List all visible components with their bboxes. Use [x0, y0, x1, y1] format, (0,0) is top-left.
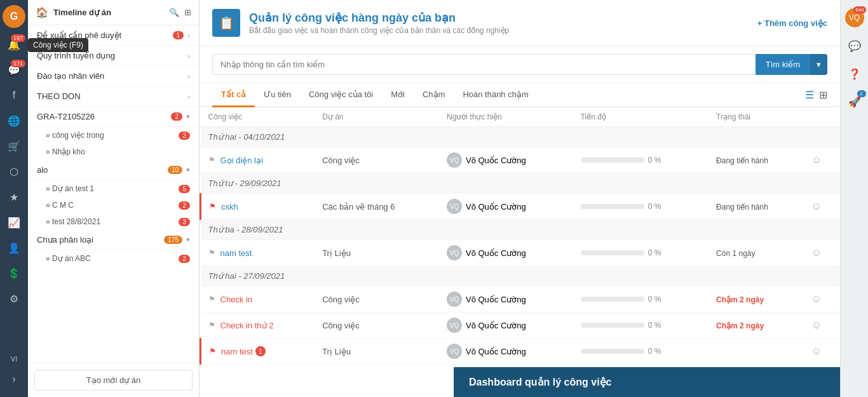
sidebar-sub-badge-du-an-abc: 2: [179, 255, 190, 263]
smiley-icon[interactable]: ☺: [811, 293, 822, 304]
expand-icon[interactable]: ›: [0, 367, 28, 392]
sidebar-item-gra[interactable]: GRA-T2105226 2 ▾: [28, 107, 199, 127]
task-smiley: ☺: [804, 339, 840, 365]
task-project: Công việc: [315, 313, 439, 339]
avatar: VQ: [447, 199, 462, 214]
col-action: [804, 107, 840, 127]
sidebar-chevron-dao-tao: ›: [187, 72, 190, 80]
dollar-icon[interactable]: 💲: [0, 260, 28, 286]
date-header: Thứ tư - 29/09/2021: [201, 173, 841, 194]
task-progress: 0 %: [573, 194, 709, 220]
sidebar-sub-badge-test-28: 3: [179, 218, 190, 226]
flag-icon: ⚑: [209, 347, 216, 356]
network-icon[interactable]: ⬡: [0, 159, 28, 184]
search-sidebar-icon[interactable]: 🔍: [169, 8, 179, 17]
create-project-button[interactable]: Tạo mới dự án: [34, 370, 193, 391]
tab-late[interactable]: Chậm: [414, 83, 454, 107]
chart-icon[interactable]: 📈: [0, 210, 28, 235]
sidebar-chevron-alo: ▾: [186, 166, 190, 174]
right-bar-user[interactable]: VQ 640: [842, 5, 867, 30]
sidebar-item-chua-phan-loai[interactable]: Chưa phân loại 175 ▾: [28, 230, 199, 250]
sidebar-chevron-chua-phan-loai: ▾: [186, 236, 190, 244]
tab-my-tasks[interactable]: Công việc của tôi: [300, 83, 382, 107]
settings-icon[interactable]: ⚙: [0, 286, 28, 311]
grid-icon[interactable]: ⊞: [184, 8, 191, 17]
task-progress: 0 %: [573, 147, 709, 173]
task-name-cell: ⚑ Gọi điện lại: [201, 147, 315, 173]
tab-new[interactable]: Mới: [382, 83, 414, 107]
list-view-icon[interactable]: ☰: [805, 89, 814, 101]
search-button[interactable]: Tìm kiếm: [756, 54, 810, 75]
sidebar-item-label-dao-tao: Đào tạo nhân viên: [37, 71, 187, 81]
sidebar-sub-badge-cong-viec: 2: [179, 131, 190, 140]
task-assignee: VQ Võ Quốc Cường: [439, 313, 573, 339]
smiley-icon[interactable]: ☺: [811, 247, 822, 258]
grid-view-icon[interactable]: ⊞: [819, 89, 827, 101]
task-name-link[interactable]: cskh: [221, 202, 238, 212]
sidebar-header-actions: 🔍 ⊞: [169, 8, 191, 17]
task-smiley: ☺: [804, 194, 840, 220]
main-header-title: Quản lý công việc hàng ngày của bạn: [249, 11, 757, 25]
right-bar-help[interactable]: ❓: [842, 61, 867, 86]
search-input[interactable]: [212, 54, 756, 75]
sidebar-sub-item-cmc[interactable]: » C M C 2: [28, 197, 199, 213]
tab-priority[interactable]: Ưu tiên: [255, 83, 300, 107]
sidebar-item-dao-tao[interactable]: Đào tạo nhân viên ›: [28, 66, 199, 86]
sidebar-sub-item-cong-viec[interactable]: » công việc trong 2: [28, 127, 199, 144]
add-task-button[interactable]: + Thêm công việc: [757, 18, 827, 28]
task-project: Trị Liệu: [315, 240, 439, 266]
table-row: ⚑ Check in Công việc VQ Võ Quốc Cường: [201, 286, 841, 313]
notifications-icon[interactable]: 🔔 197: [0, 32, 28, 57]
smiley-icon[interactable]: ☺: [811, 346, 822, 356]
progress-bar: [581, 297, 644, 302]
task-project: Công việc: [315, 286, 439, 313]
right-bar-rocket[interactable]: 🚀 2: [842, 89, 867, 114]
sidebar-header-title: Timeline dự án: [53, 8, 164, 17]
table-row: ⚑ Gọi điện lại Công việc VQ Võ Quốc Cườn…: [201, 147, 841, 173]
col-progress: Tiến độ: [573, 107, 709, 127]
task-name-link[interactable]: nam test: [221, 347, 253, 356]
tab-completed-late[interactable]: Hoàn thành chậm: [454, 83, 537, 107]
tab-all[interactable]: Tất cả: [212, 83, 255, 107]
sidebar-item-badge-gra: 2: [171, 112, 182, 121]
tabs-row: Tất cả Ưu tiên Công việc của tôi Mới Chậ…: [200, 83, 840, 107]
sidebar-sub-item-du-an-test-1[interactable]: » Dự án test 1 5: [28, 180, 199, 197]
smiley-icon[interactable]: ☺: [811, 320, 822, 330]
right-bar-chat[interactable]: 💬: [842, 33, 867, 58]
col-project: Dự án: [315, 107, 439, 127]
search-dropdown-button[interactable]: ▾: [810, 54, 827, 75]
sidebar-sub-badge-cmc: 2: [179, 201, 190, 210]
smiley-icon[interactable]: ☺: [811, 201, 822, 212]
sidebar-sub-item-du-an-abc[interactable]: » Dự án ABC 2: [28, 250, 199, 267]
sidebar-sub-item-test-28[interactable]: » test 28/8/2021 3: [28, 213, 199, 230]
avatar: VQ: [447, 152, 462, 168]
flag-icon: ⚑: [208, 321, 215, 330]
person-icon[interactable]: 👤: [0, 235, 28, 260]
app-logo[interactable]: G: [3, 5, 25, 28]
language-label[interactable]: VI: [11, 351, 17, 367]
assignee-name: Võ Quốc Cường: [466, 202, 526, 212]
task-progress: 0 %: [573, 313, 709, 339]
progress-text: 0 %: [648, 295, 661, 304]
messages-icon[interactable]: 💬 171: [0, 57, 28, 83]
sidebar-item-badge-de-xuat: 1: [173, 31, 184, 39]
sidebar-item-badge-chua-phan-loai: 175: [164, 236, 182, 244]
facebook-icon[interactable]: f: [0, 83, 28, 108]
smiley-icon[interactable]: ☺: [811, 154, 822, 165]
task-name-link[interactable]: Check in: [220, 295, 253, 304]
sidebar-item-label-gra: GRA-T2105226: [37, 112, 171, 121]
task-status: [709, 339, 804, 365]
cart-icon[interactable]: 🛒: [0, 133, 28, 159]
task-name-link[interactable]: Gọi điện lại: [220, 156, 263, 165]
task-name-link[interactable]: Check in thứ 2: [220, 321, 274, 330]
dashboard-footer: Dashboard quản lý công việc: [454, 367, 840, 397]
sidebar-item-theo-don[interactable]: THEO DON ›: [28, 86, 199, 107]
sidebar-sub-item-nhap-kho[interactable]: » Nhập kho: [28, 144, 199, 160]
star-icon[interactable]: ★: [0, 184, 28, 210]
task-name-link[interactable]: nam test: [220, 248, 252, 258]
globe-icon[interactable]: 🌐: [0, 108, 28, 133]
sidebar-header: 🏠 Timeline dự án 🔍 ⊞: [28, 0, 199, 25]
sidebar-item-alo[interactable]: alo 10 ▾: [28, 160, 199, 180]
task-smiley: ☺: [804, 147, 840, 173]
table-row: ⚑ nam test1 Trị Liệu VQ Võ Quốc Cường: [201, 339, 841, 365]
